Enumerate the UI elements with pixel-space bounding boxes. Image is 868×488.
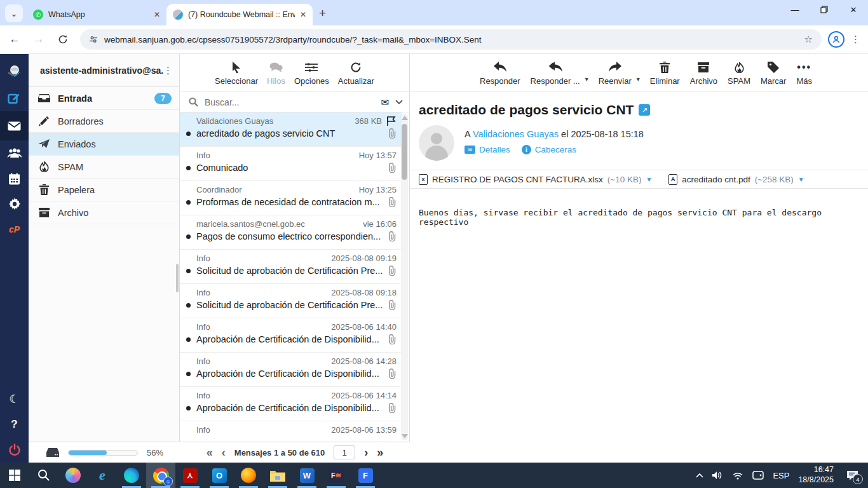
start-button[interactable] [0, 463, 29, 488]
folder-spam[interactable]: SPAM [29, 156, 179, 179]
restore-button[interactable] [810, 0, 839, 19]
firefox-icon[interactable] [234, 463, 263, 488]
reply-all-button[interactable]: Responder ... [531, 58, 580, 86]
folder-entrada[interactable]: Entrada 7 [29, 87, 179, 110]
recipient-link[interactable]: Validaciones Guayas [473, 129, 559, 139]
language-indicator[interactable]: ESP [773, 471, 789, 480]
edge-icon[interactable] [117, 463, 146, 488]
forward-caret-icon[interactable]: ▾ [637, 76, 640, 83]
bookmark-star-icon[interactable]: ☆ [804, 34, 813, 45]
acrobat-icon[interactable]: ⋏ [175, 463, 205, 488]
taskbar-search-button[interactable] [29, 463, 58, 488]
help-icon[interactable]: ? [0, 412, 29, 437]
minimize-button[interactable]: — [780, 0, 810, 19]
back-icon[interactable]: ← [5, 30, 24, 49]
action-center-icon[interactable]: 4 [843, 466, 862, 485]
scrollbar-thumb[interactable] [402, 124, 407, 180]
wifi-icon[interactable] [732, 471, 743, 480]
flag-icon[interactable] [387, 116, 397, 126]
address-bar[interactable]: webmail.sanjuan.gob.ec/cpsess0751905572/… [80, 29, 822, 50]
volume-icon[interactable] [712, 471, 723, 480]
new-tab-button[interactable]: + [319, 6, 326, 20]
mail-nav-icon[interactable] [0, 111, 29, 140]
folder-papelera[interactable]: Papelera [29, 179, 179, 201]
message-row[interactable]: Info2025-08-06 13:59 [180, 421, 402, 442]
calendar-icon[interactable] [0, 166, 29, 191]
contacts-icon[interactable] [0, 140, 29, 166]
more-button[interactable]: ••• Más [796, 58, 812, 86]
headers-toggle[interactable]: i Cabeceras [522, 145, 576, 154]
reply-button[interactable]: Responder [480, 58, 520, 86]
message-row[interactable]: Info2025-08-08 09:19 Solicitud de aproba… [180, 250, 402, 284]
spam-button[interactable]: SPAM [728, 58, 750, 86]
open-in-new-window-icon[interactable]: ↗ [639, 104, 650, 116]
profile-avatar-icon[interactable] [828, 31, 844, 48]
search-bar[interactable]: ✉ [180, 92, 409, 112]
first-page-icon[interactable]: « [207, 446, 213, 459]
attachment-pdf[interactable]: A acreditado cnt.pdf (~258 KB) ▼ [668, 174, 804, 185]
search-scope-envelope-icon[interactable]: ✉ [381, 97, 389, 108]
delete-button[interactable]: Eliminar [650, 58, 680, 86]
chrome-icon[interactable]: ☺ [146, 463, 175, 488]
site-info-icon[interactable] [89, 35, 98, 44]
folder-archivo[interactable]: Archivo [29, 201, 179, 224]
app-fs-icon[interactable]: F≋ [322, 463, 351, 488]
mark-button[interactable]: Marcar [761, 58, 786, 86]
folder-borradores[interactable]: Borradores [29, 110, 179, 133]
copilot-icon[interactable] [58, 463, 88, 488]
tab-roundcube[interactable]: (7) Roundcube Webmail :: Envia ✕ [166, 4, 313, 25]
message-row[interactable]: Info2025-08-06 14:14 Aprobación de Certi… [180, 387, 402, 421]
close-window-button[interactable]: ✕ [839, 0, 868, 19]
select-button[interactable]: Seleccionar [215, 58, 258, 86]
logout-power-icon[interactable] [0, 437, 29, 463]
folder-scrollbar[interactable] [176, 264, 179, 292]
taskbar-clock[interactable]: 16:47 18/8/2025 [798, 465, 834, 485]
close-tab-icon[interactable]: ✕ [300, 10, 306, 19]
outlook-icon[interactable]: O [205, 463, 234, 488]
threads-button[interactable]: Hilos [267, 58, 285, 86]
message-row[interactable]: Validaciones Guayas368 KB acreditado de … [180, 112, 402, 147]
message-row[interactable]: Info2025-08-08 09:18 Solicitud de aproba… [180, 284, 402, 318]
cpanel-icon[interactable]: cP [0, 217, 29, 242]
forward-icon[interactable]: → [29, 30, 48, 49]
reply-all-caret-icon[interactable]: ▾ [585, 76, 588, 83]
compose-icon[interactable] [0, 86, 29, 111]
dark-mode-moon-icon[interactable]: ☾ [0, 386, 29, 412]
tab-search-button[interactable]: ⌄ [5, 4, 23, 22]
account-menu-icon[interactable]: ⋮ [163, 65, 173, 76]
cast-icon[interactable] [752, 471, 764, 480]
scroll-up-icon[interactable] [402, 116, 408, 120]
details-toggle[interactable]: ✉ Detalles [465, 145, 510, 154]
file-explorer-icon[interactable] [263, 463, 292, 488]
settings-gear-icon[interactable] [0, 191, 29, 217]
close-tab-icon[interactable]: ✕ [154, 10, 160, 19]
refresh-button[interactable]: Actualizar [338, 58, 374, 86]
attachment-xlsx[interactable]: x REGISTRO DE PAGOS CNT FACTURA.xlsx (~1… [419, 174, 652, 185]
search-options-chevron-icon[interactable] [395, 100, 403, 105]
search-input[interactable] [205, 97, 381, 107]
message-row[interactable]: Info2025-08-06 14:28 Aprobación de Certi… [180, 353, 402, 387]
internet-explorer-icon[interactable]: e [88, 463, 117, 488]
page-number-input[interactable] [334, 445, 355, 459]
app-f-icon[interactable]: F [351, 463, 380, 488]
attachment-menu-caret-icon[interactable]: ▼ [798, 176, 804, 183]
list-scrollbar[interactable] [401, 114, 408, 440]
tray-chevron-up-icon[interactable] [696, 473, 703, 478]
tab-whatsapp[interactable]: ✆ WhatsApp ✕ [27, 4, 166, 25]
archive-button[interactable]: Archivo [690, 58, 717, 86]
browser-menu-icon[interactable]: ⋮ [851, 34, 860, 45]
message-row[interactable]: Info2025-08-06 14:40 Aprobación de Certi… [180, 318, 402, 353]
message-row[interactable]: CoordinadorHoy 13:25 Proformas de necesi… [180, 181, 402, 215]
options-button[interactable]: Opciones [294, 58, 329, 86]
forward-button[interactable]: Reenviar [599, 58, 632, 86]
reload-icon[interactable] [53, 30, 72, 49]
last-page-icon[interactable]: » [377, 446, 383, 459]
folder-enviados[interactable]: Enviados [29, 133, 179, 156]
scroll-down-icon[interactable] [402, 434, 408, 438]
message-row[interactable]: maricela.santos@cnel.gob.ecvie 16:06 Pag… [180, 215, 402, 250]
previous-page-icon[interactable]: ‹ [222, 446, 226, 459]
next-page-icon[interactable]: › [364, 446, 368, 459]
message-row[interactable]: InfoHoy 13:57 Comunicado [180, 147, 402, 181]
attachment-menu-caret-icon[interactable]: ▼ [646, 176, 652, 183]
word-icon[interactable]: W [292, 463, 322, 488]
